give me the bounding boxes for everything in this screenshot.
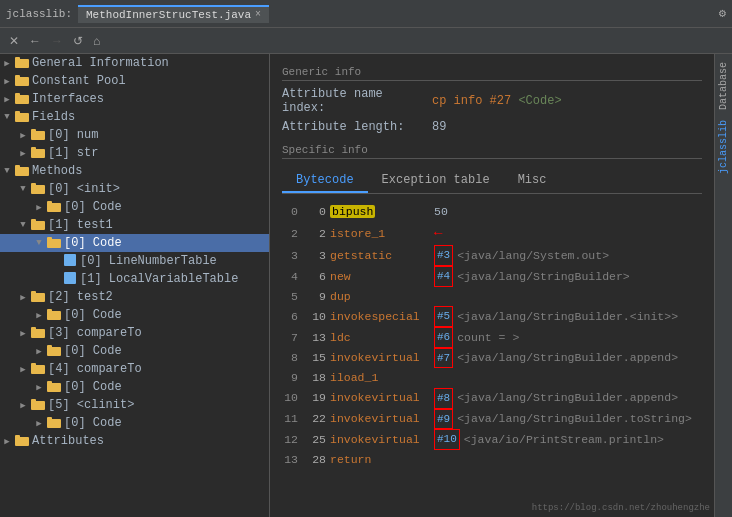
tree-icon: [46, 380, 62, 394]
specific-info-label: Specific info: [282, 144, 702, 159]
tree-item-methods-compare2[interactable]: ▶[4] compareTo: [0, 360, 269, 378]
svg-rect-2: [15, 57, 20, 60]
tree-arrow: ▶: [16, 400, 30, 411]
forward-btn[interactable]: →: [48, 33, 66, 49]
bytecode-row: 00bipush50: [282, 202, 702, 222]
tree-item-clinit-code[interactable]: ▶[0] Code: [0, 414, 269, 432]
attr-name-label: Attribute name index:: [282, 87, 432, 115]
tree-item-compare1-code[interactable]: ▶[0] Code: [0, 342, 269, 360]
bytecode-row: 1328return: [282, 450, 702, 470]
tree-item-methods-test2[interactable]: ▶[2] test2: [0, 288, 269, 306]
bc-offset: 9: [302, 287, 326, 307]
bytecode-row: 46new#4<java/lang/StringBuilder>: [282, 266, 702, 287]
title-bar-left: jclasslib: MethodInnerStrucTest.java ×: [6, 5, 269, 23]
tree-item-compare2-code[interactable]: ▶[0] Code: [0, 378, 269, 396]
bc-offset: 19: [302, 388, 326, 408]
tree-arrow: ▼: [0, 112, 14, 122]
bc-ref-box[interactable]: #5: [434, 306, 453, 327]
bytecode-row: 610invokespecial#5<java/lang/StringBuild…: [282, 306, 702, 327]
bc-offset: 25: [302, 430, 326, 450]
bc-comment: <java/lang/StringBuilder.toString>: [457, 409, 692, 429]
tree-item-fields-num[interactable]: ▶[0] num: [0, 126, 269, 144]
tree-icon: [14, 56, 30, 70]
tree-item-methods-clinit[interactable]: ▶[5] <clinit>: [0, 396, 269, 414]
app-name: jclasslib:: [6, 8, 72, 20]
svg-rect-29: [31, 219, 36, 222]
tree-icon: [30, 290, 46, 304]
tree-item-test2-code[interactable]: ▶[0] Code: [0, 306, 269, 324]
bytecode-row: 1122invokevirtual#9<java/lang/StringBuil…: [282, 409, 702, 430]
bc-arg: 50: [434, 202, 448, 222]
tree-item-methods[interactable]: ▼Methods: [0, 162, 269, 180]
bc-ref-box[interactable]: #10: [434, 429, 460, 450]
bc-ref-box[interactable]: #7: [434, 348, 453, 369]
tree-icon: [30, 326, 46, 340]
tree-item-label: [3] compareTo: [48, 326, 142, 340]
tab-close-btn[interactable]: ×: [255, 9, 261, 20]
tree-item-label: [0] LineNumberTable: [80, 254, 217, 268]
attr-name-value: cp info #27 <Code>: [432, 94, 562, 108]
tab-exception[interactable]: Exception table: [368, 169, 504, 193]
tab-bytecode[interactable]: Bytecode: [282, 169, 368, 193]
tree-item-test1-code[interactable]: ▼[0] Code: [0, 234, 269, 252]
tree-item-init-code[interactable]: ▶[0] Code: [0, 198, 269, 216]
home-btn[interactable]: ⌂: [90, 33, 103, 49]
tree-arrow: ▶: [16, 292, 30, 303]
bc-opcode: invokevirtual: [330, 430, 430, 450]
tree-item-test1-linenumber[interactable]: [0] LineNumberTable: [0, 252, 269, 270]
svg-rect-40: [47, 309, 52, 312]
tree-icon: [14, 74, 30, 88]
tab-misc[interactable]: Misc: [504, 169, 561, 193]
bc-ref-box[interactable]: #6: [434, 327, 453, 348]
svg-rect-32: [47, 237, 52, 240]
tree-item-methods-compare1[interactable]: ▶[3] compareTo: [0, 324, 269, 342]
tree-item-test1-localvar[interactable]: [1] LocalVariableTable: [0, 270, 269, 288]
tree-item-methods-init[interactable]: ▼[0] <init>: [0, 180, 269, 198]
bytecode-row: 59dup: [282, 287, 702, 307]
tree-item-general-info[interactable]: ▶General Information: [0, 54, 269, 72]
file-tab[interactable]: MethodInnerStrucTest.java ×: [78, 5, 269, 23]
side-tab-jclasslib[interactable]: jclasslib: [716, 116, 731, 178]
tree-arrow: ▼: [0, 166, 14, 176]
tree-item-label: [1] test1: [48, 218, 113, 232]
tree-item-fields-str[interactable]: ▶[1] str: [0, 144, 269, 162]
main-content: ▶General Information▶Constant Pool▶Inter…: [0, 54, 732, 517]
tree-icon: [62, 254, 78, 268]
tree-arrow: ▶: [16, 148, 30, 159]
tree-item-label: Fields: [32, 110, 75, 124]
close-toolbar-btn[interactable]: ✕: [6, 33, 22, 49]
tree-arrow: ▶: [0, 76, 14, 87]
bc-opcode: iload_1: [330, 368, 430, 388]
bc-ref-box[interactable]: #3: [434, 245, 453, 266]
bc-ref-box[interactable]: #4: [434, 266, 453, 287]
bc-offset: 18: [302, 368, 326, 388]
tree-item-interfaces[interactable]: ▶Interfaces: [0, 90, 269, 108]
tree-item-attributes[interactable]: ▶Attributes: [0, 432, 269, 450]
file-tab-label: MethodInnerStrucTest.java: [86, 9, 251, 21]
tree-item-fields[interactable]: ▼Fields: [0, 108, 269, 126]
bc-offset: 0: [302, 202, 326, 222]
bc-offset: 6: [302, 267, 326, 287]
bc-line-number: 13: [282, 450, 298, 470]
bc-line-number: 11: [282, 409, 298, 429]
refresh-btn[interactable]: ↺: [70, 33, 86, 49]
title-bar: jclasslib: MethodInnerStrucTest.java × ⚙: [0, 0, 732, 28]
tree-icon: [30, 362, 46, 376]
svg-rect-49: [31, 363, 36, 366]
bc-ref-box[interactable]: #9: [434, 409, 453, 430]
gear-icon[interactable]: ⚙: [719, 6, 726, 21]
bc-ref-box[interactable]: #8: [434, 388, 453, 409]
bytecode-row: 1225invokevirtual#10<java/io/PrintStream…: [282, 429, 702, 450]
bytecode-row: 33getstatic#3<java/lang/System.out>: [282, 245, 702, 266]
tree-arrow: ▶: [0, 94, 14, 105]
bc-ref-inner: #5: [437, 307, 450, 326]
tree-item-constant-pool[interactable]: ▶Constant Pool: [0, 72, 269, 90]
tree-item-label: [2] test2: [48, 290, 113, 304]
bc-line-number: 0: [282, 202, 298, 222]
tree-icon: [30, 398, 46, 412]
tree-item-methods-test1[interactable]: ▼[1] test1: [0, 216, 269, 234]
back-btn[interactable]: ←: [26, 33, 44, 49]
side-tab-database[interactable]: Database: [716, 58, 731, 114]
svg-rect-23: [31, 183, 36, 186]
tree-arrow: ▼: [16, 220, 30, 230]
